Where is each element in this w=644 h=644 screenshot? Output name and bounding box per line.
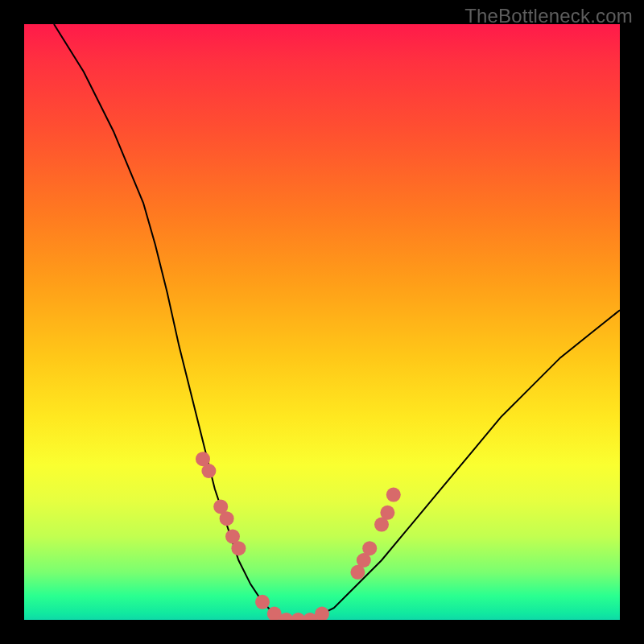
plot-area (24, 24, 620, 620)
curve-marker (255, 595, 270, 609)
bottleneck-curve (54, 24, 620, 620)
chart-frame: TheBottleneck.com (0, 0, 644, 644)
curve-marker (231, 541, 246, 555)
attribution-text: TheBottleneck.com (464, 5, 633, 27)
curve-marker (386, 488, 401, 502)
curve-marker (380, 506, 394, 520)
curve-marker (315, 607, 329, 620)
curve-marker (362, 541, 377, 555)
curve-svg (24, 24, 620, 620)
curve-marker (201, 464, 216, 478)
curve-markers (196, 452, 401, 620)
curve-marker (220, 511, 234, 526)
